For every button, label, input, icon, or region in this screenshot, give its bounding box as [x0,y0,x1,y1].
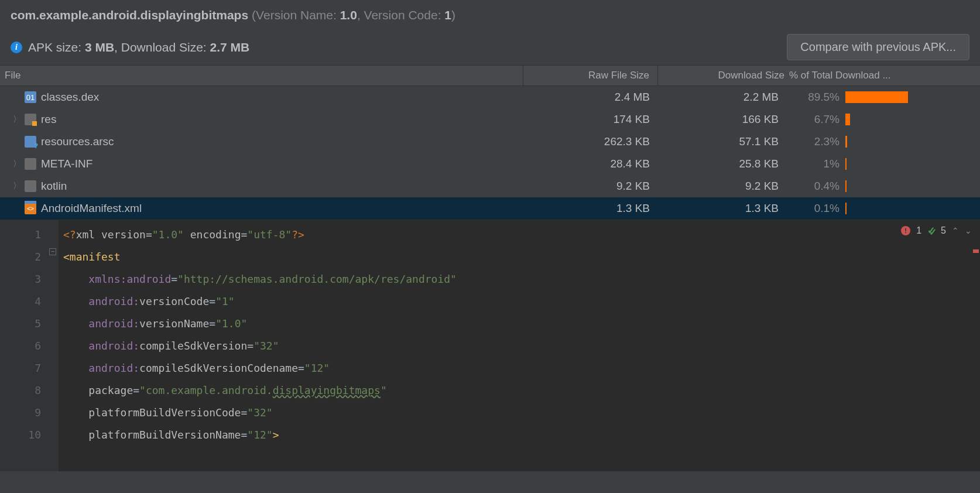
raw-size: 262.3 KB [523,135,658,148]
percent-bar [845,203,980,214]
download-size: 57.1 KB [658,135,787,148]
download-size: 2.2 MB [658,91,787,104]
arsc-icon [25,136,36,148]
folder-icon [25,158,36,170]
line-number: 1 [0,224,41,246]
editor-gutter: − 12345678910 [0,220,59,471]
editor-content[interactable]: <?xml version="1.0" encoding="utf-8"?><m… [59,220,980,471]
percent-bar [845,91,980,103]
percent-value: 6.7% [787,113,845,126]
code-line: <?xml version="1.0" encoding="utf-8"?> [63,224,980,246]
code-line: android:compileSdkVersionCodename="12" [63,357,980,379]
download-size: 25.8 KB [658,158,787,170]
xml-icon: <> [25,203,36,214]
file-name: resources.arsc [41,135,114,148]
percent-bar [845,136,980,148]
file-name: res [41,113,56,126]
percent-bar [845,114,980,125]
code-line: platformBuildVersionName="12"> [63,424,980,446]
package-name: com.example.android.displayingbitmaps [11,8,248,22]
error-count: 1 [916,225,921,236]
package-title-line: com.example.android.displayingbitmaps (V… [11,8,969,22]
dex-icon: 01 [25,91,36,103]
col-header-file[interactable]: File [0,66,523,85]
size-info: i APK size: 3 MB , Download Size: 2.7 MB [11,40,249,54]
percent-value: 1% [787,158,845,170]
line-number: 10 [0,424,41,446]
chevron-right-icon[interactable]: 〉 [13,114,21,125]
line-number: 2 [0,246,41,268]
percent-value: 89.5% [787,91,845,104]
raw-size: 174 KB [523,113,658,126]
inspection-widget[interactable]: ! 1 ✓ 5 ⌃ ⌄ [901,225,972,236]
folder-icon [25,180,36,192]
line-number: 5 [0,313,41,335]
table-row[interactable]: 〉META-INF28.4 KB25.8 KB1% [0,153,980,175]
fold-icon[interactable]: − [49,248,56,255]
size-info-line: i APK size: 3 MB , Download Size: 2.7 MB… [11,34,969,60]
line-number: 3 [0,268,41,290]
raw-size: 2.4 MB [523,91,658,104]
warning-count: 5 [941,225,946,236]
file-table-body: 01classes.dex2.4 MB2.2 MB89.5%〉res174 KB… [0,86,980,220]
line-number: 4 [0,290,41,313]
file-name: classes.dex [41,91,99,104]
version-info: (Version Name: 1.0, Version Code: 1) [252,8,455,22]
raw-size: 9.2 KB [523,180,658,193]
col-header-raw[interactable]: Raw File Size [523,66,658,85]
download-size: 166 KB [658,113,787,126]
scrollbar-error-marker[interactable] [973,249,979,253]
code-line: android:compileSdkVersion="32" [63,335,980,357]
code-line: android:versionCode="1" [63,290,980,313]
line-number: 6 [0,335,41,357]
file-name: kotlin [41,180,67,193]
table-row[interactable]: 〉res174 KB166 KB6.7% [0,108,980,131]
line-number: 9 [0,402,41,424]
line-number: 8 [0,379,41,402]
table-row[interactable]: 〉kotlin9.2 KB9.2 KB0.4% [0,175,980,197]
code-editor: − 12345678910 <?xml version="1.0" encodi… [0,220,980,471]
warning-icon: ✓ [927,225,935,236]
file-name: META-INF [41,158,92,170]
code-line: platformBuildVersionCode="32" [63,402,980,424]
code-line: package="com.example.android.displayingb… [63,379,980,402]
col-header-percent[interactable]: % of Total Download ... [787,66,980,85]
file-table: File Raw File Size Download Size % of To… [0,65,980,220]
raw-size: 28.4 KB [523,158,658,170]
table-row[interactable]: 01classes.dex2.4 MB2.2 MB89.5% [0,86,980,108]
apk-analyzer-header: com.example.android.displayingbitmaps (V… [0,0,980,65]
inspection-prev-icon[interactable]: ⌃ [952,226,959,235]
download-size: 1.3 KB [658,202,787,215]
raw-size: 1.3 KB [523,202,658,215]
table-row[interactable]: <>AndroidManifest.xml1.3 KB1.3 KB0.1% [0,197,980,220]
code-line: <manifest [63,246,980,268]
inspection-next-icon[interactable]: ⌄ [965,226,972,235]
chevron-right-icon[interactable]: 〉 [13,181,21,191]
code-line: xmlns:android="http://schemas.android.co… [63,268,980,290]
col-header-download[interactable]: Download Size [658,66,787,85]
compare-apk-button[interactable]: Compare with previous APK... [787,34,969,60]
percent-bar [845,180,980,192]
percent-value: 0.4% [787,180,845,193]
percent-value: 2.3% [787,135,845,148]
file-table-header: File Raw File Size Download Size % of To… [0,65,980,86]
error-icon: ! [901,226,910,235]
percent-value: 0.1% [787,202,845,215]
code-line: android:versionName="1.0" [63,313,980,335]
percent-bar [845,158,980,170]
download-size: 9.2 KB [658,180,787,193]
chevron-right-icon[interactable]: 〉 [13,159,21,169]
table-row[interactable]: resources.arsc262.3 KB57.1 KB2.3% [0,131,980,153]
file-name: AndroidManifest.xml [41,202,142,215]
folder-res-icon [25,114,36,125]
info-icon: i [11,42,22,53]
line-number: 7 [0,357,41,379]
